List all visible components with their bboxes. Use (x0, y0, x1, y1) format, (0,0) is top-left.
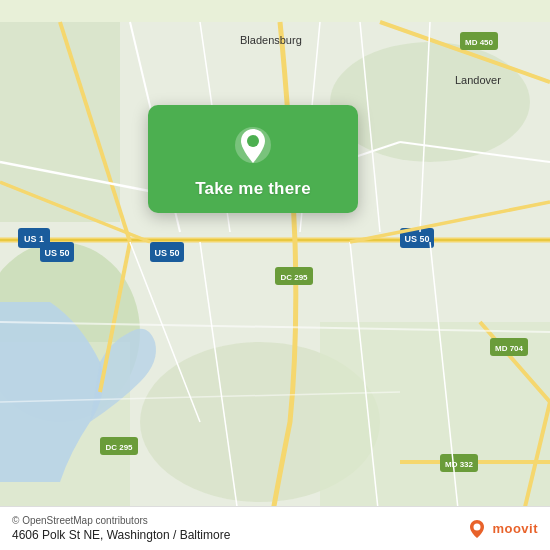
take-me-there-button[interactable]: Take me there (195, 179, 311, 199)
svg-text:US 50: US 50 (404, 234, 429, 244)
svg-point-53 (247, 135, 259, 147)
bottom-bar: © OpenStreetMap contributors 4606 Polk S… (0, 506, 550, 550)
svg-text:DC 295: DC 295 (105, 443, 133, 452)
svg-text:MD 332: MD 332 (445, 460, 474, 469)
svg-text:Bladensburg: Bladensburg (240, 34, 302, 46)
svg-point-54 (474, 523, 481, 530)
svg-text:US 1: US 1 (24, 234, 44, 244)
svg-text:MD 450: MD 450 (465, 38, 494, 47)
svg-point-6 (330, 42, 530, 162)
svg-text:US 50: US 50 (154, 248, 179, 258)
map-background: US 1 US 50 US 50 US 50 DC 295 DC 295 MD … (0, 0, 550, 550)
svg-rect-1 (0, 22, 120, 222)
moovit-logo-icon (466, 518, 488, 540)
moovit-brand-text: moovit (492, 521, 538, 536)
svg-text:US 50: US 50 (44, 248, 69, 258)
map-pin-icon (229, 123, 277, 171)
moovit-logo: moovit (466, 518, 538, 540)
address-label: 4606 Polk St NE, Washington / Baltimore (12, 528, 230, 542)
map-container: US 1 US 50 US 50 US 50 DC 295 DC 295 MD … (0, 0, 550, 550)
svg-text:MD 704: MD 704 (495, 344, 524, 353)
svg-text:Landover: Landover (455, 74, 501, 86)
location-card[interactable]: Take me there (148, 105, 358, 213)
svg-text:DC 295: DC 295 (280, 273, 308, 282)
map-attribution: © OpenStreetMap contributors (12, 515, 230, 526)
